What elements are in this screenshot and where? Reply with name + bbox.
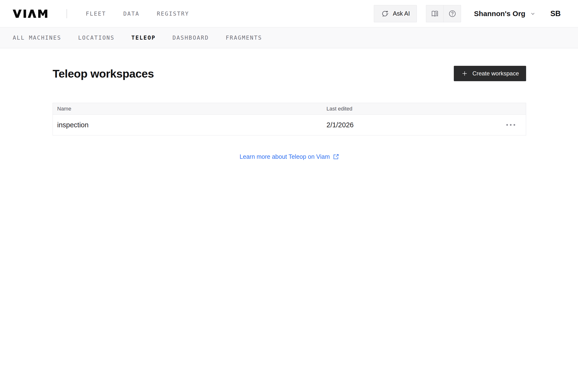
nav-data[interactable]: DATA xyxy=(123,10,139,17)
workspace-name-cell[interactable]: inspection xyxy=(53,121,326,129)
tab-locations[interactable]: LOCATIONS xyxy=(78,35,115,41)
create-workspace-button[interactable]: Create workspace xyxy=(454,66,526,81)
plus-icon xyxy=(461,70,468,77)
tab-fragments[interactable]: FRAGMENTS xyxy=(226,35,262,41)
sparkle-refresh-icon xyxy=(381,10,389,18)
tab-all-machines[interactable]: ALL MACHINES xyxy=(13,35,61,41)
tab-dashboard[interactable]: DASHBOARD xyxy=(173,35,209,41)
fleet-tab-bar: ALL MACHINES LOCATIONS TELEOP DASHBOARD … xyxy=(0,27,578,48)
learn-more-link[interactable]: Learn more about Teleop on Viam xyxy=(240,153,339,160)
learn-more-label: Learn more about Teleop on Viam xyxy=(240,153,330,160)
viam-logo[interactable] xyxy=(13,10,47,18)
avatar[interactable]: SB xyxy=(550,9,561,18)
workspaces-table: Name Last edited inspection 2/1/2026 xyxy=(53,103,526,136)
page-title: Teleop workspaces xyxy=(53,67,154,80)
ask-ai-label: Ask AI xyxy=(393,10,410,17)
header-divider xyxy=(67,9,67,18)
title-row: Teleop workspaces Create workspace xyxy=(53,66,526,81)
row-menu-button[interactable] xyxy=(502,121,519,129)
header-right: Ask AI xyxy=(374,5,561,22)
question-circle-icon xyxy=(448,9,457,18)
learn-more-row: Learn more about Teleop on Viam xyxy=(53,153,526,160)
nav-registry[interactable]: REGISTRY xyxy=(157,10,189,17)
create-workspace-label: Create workspace xyxy=(473,70,519,77)
table-header-row: Name Last edited xyxy=(53,103,526,115)
primary-nav: FLEET DATA REGISTRY xyxy=(86,10,189,17)
tab-teleop[interactable]: TELEOP xyxy=(131,35,156,41)
chevron-down-icon xyxy=(530,10,536,17)
table-row[interactable]: inspection 2/1/2026 xyxy=(53,115,526,135)
last-edited-cell: 2/1/2026 xyxy=(326,121,502,129)
help-icon-group xyxy=(426,5,461,22)
ellipsis-icon xyxy=(506,123,516,126)
help-button[interactable] xyxy=(443,5,461,22)
ask-ai-button[interactable]: Ask AI xyxy=(374,5,417,22)
open-book-icon xyxy=(431,9,439,18)
main-content: Teleop workspaces Create workspace Name … xyxy=(53,66,526,160)
nav-fleet[interactable]: FLEET xyxy=(86,10,106,17)
top-header: FLEET DATA REGISTRY Ask AI xyxy=(0,0,578,27)
org-name: Shannon's Org xyxy=(474,10,525,18)
docs-button[interactable] xyxy=(426,5,443,22)
column-header-name: Name xyxy=(53,106,326,112)
external-link-icon xyxy=(333,153,339,160)
org-switcher[interactable]: Shannon's Org xyxy=(474,10,536,18)
column-header-last-edited: Last edited xyxy=(326,106,526,112)
